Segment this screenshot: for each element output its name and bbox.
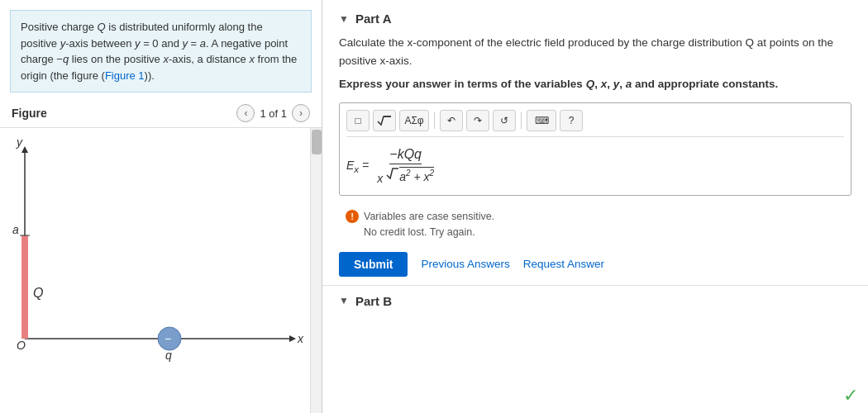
previous-answers-link[interactable]: Previous Answers bbox=[421, 258, 509, 270]
keyboard-button[interactable]: ⌨ bbox=[527, 110, 556, 131]
part-a-question: Calculate the x-component of the electri… bbox=[339, 34, 851, 69]
left-scrollbar[interactable] bbox=[310, 128, 322, 413]
part-b-label: Part B bbox=[355, 294, 392, 308]
svg-marker-5 bbox=[21, 146, 28, 153]
undo-button[interactable]: ↶ bbox=[440, 110, 463, 131]
svg-text:x: x bbox=[297, 332, 304, 345]
svg-text:O: O bbox=[17, 339, 26, 352]
figure-prev-button[interactable]: ‹ bbox=[236, 104, 255, 122]
help-button[interactable]: ? bbox=[560, 110, 583, 131]
math-toolbar: □ ΑΣφ ↶ ↷ ↺ ⌨ ? bbox=[346, 110, 844, 137]
svg-text:a: a bbox=[12, 223, 19, 236]
right-panel: ▼ Part A Calculate the x-component of th… bbox=[322, 0, 868, 413]
svg-text:−: − bbox=[165, 332, 171, 345]
math-input-box: □ ΑΣφ ↶ ↷ ↺ ⌨ ? Ex = bbox=[339, 102, 851, 196]
submit-button[interactable]: Submit bbox=[339, 252, 408, 277]
refresh-button[interactable]: ↺ bbox=[493, 110, 516, 131]
part-a-header: ▼ Part A bbox=[339, 12, 851, 26]
redo-button[interactable]: ↷ bbox=[466, 110, 489, 131]
part-a-section: ▼ Part A Calculate the x-component of th… bbox=[322, 0, 868, 286]
figure-title: Figure bbox=[12, 107, 47, 120]
part-b-section: ▼ Part B bbox=[322, 286, 868, 316]
svg-text:y: y bbox=[16, 136, 23, 149]
toolbar-separator-2 bbox=[521, 112, 522, 129]
svg-text:Q: Q bbox=[33, 286, 43, 300]
math-denominator: x a2 + x2 bbox=[377, 166, 434, 185]
svg-marker-2 bbox=[289, 335, 296, 342]
problem-text: Positive charge Q is distributed uniform… bbox=[21, 21, 297, 82]
figure-count: 1 of 1 bbox=[260, 107, 287, 120]
part-b-header: ▼ Part B bbox=[339, 294, 851, 308]
sigma-tool-button[interactable]: ΑΣφ bbox=[399, 110, 429, 131]
math-expression-row: Ex = −kQq x a2 + x2 bbox=[346, 144, 844, 188]
box-tool-button[interactable]: □ bbox=[346, 110, 370, 131]
math-fraction[interactable]: −kQq x a2 + x2 bbox=[377, 147, 434, 185]
left-panel: Positive charge Q is distributed uniform… bbox=[0, 0, 322, 413]
part-b-toggle[interactable]: ▼ bbox=[339, 295, 349, 306]
figure-next-button[interactable]: › bbox=[292, 104, 310, 122]
toolbar-separator-1 bbox=[434, 112, 435, 129]
math-variable-label: Ex = bbox=[346, 159, 369, 174]
error-icon: ! bbox=[346, 210, 359, 223]
sqrt-expression: a2 + x2 bbox=[386, 166, 434, 183]
figure-header: Figure ‹ 1 of 1 › bbox=[0, 99, 322, 128]
radical-tool-button[interactable] bbox=[373, 110, 396, 131]
part-a-express-instruction: Express your answer in terms of the vari… bbox=[339, 76, 851, 93]
figure-link[interactable]: Figure 1 bbox=[105, 69, 145, 82]
request-answer-link[interactable]: Request Answer bbox=[523, 258, 604, 270]
check-mark: ✓ bbox=[843, 385, 858, 406]
part-a-label: Part A bbox=[355, 12, 392, 26]
part-a-toggle[interactable]: ▼ bbox=[339, 13, 349, 25]
figure-diagram: O x y a Q − q bbox=[8, 136, 306, 368]
action-row: Submit Previous Answers Request Answer bbox=[339, 252, 851, 277]
math-numerator: −kQq bbox=[389, 147, 422, 164]
error-message: ! Variables are case sensitive. No credi… bbox=[339, 204, 851, 245]
svg-text:q: q bbox=[165, 349, 172, 362]
figure-navigation: ‹ 1 of 1 › bbox=[236, 104, 310, 122]
scrollbar-thumb bbox=[312, 130, 322, 154]
figure-area: O x y a Q − q bbox=[0, 128, 322, 413]
error-text: Variables are case sensitive. No credit … bbox=[364, 209, 494, 240]
problem-description: Positive charge Q is distributed uniform… bbox=[10, 10, 312, 93]
